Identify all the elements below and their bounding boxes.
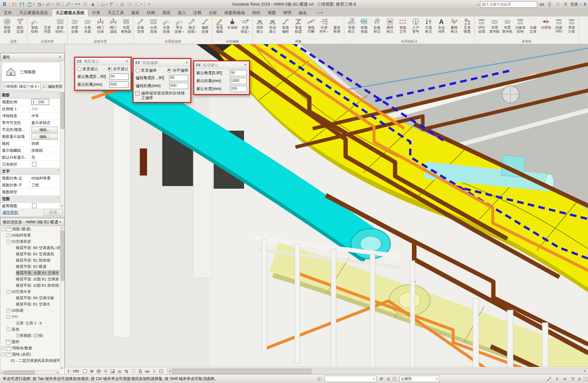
tree-item-label[interactable]: 02空调水管 <box>12 289 31 294</box>
field-input[interactable]: 200 <box>230 86 247 92</box>
tab-计算[interactable]: 计算 <box>88 9 104 16</box>
collapse-icon[interactable]: − <box>7 315 10 319</box>
ribbon-button-管道编辑[interactable]: 管道编辑 <box>213 17 226 39</box>
aligned-dimension-icon[interactable] <box>74 1 81 8</box>
redo-dropdown-icon[interactable]: ▼ <box>52 3 54 5</box>
checkbox-row[interactable]: ✓偏移端管道连接的实体随之偏移 <box>134 90 190 101</box>
communication-center-icon[interactable] <box>546 1 553 8</box>
edit-button[interactable]: 编辑... <box>31 127 58 133</box>
section-marker-icon[interactable] <box>108 1 116 8</box>
collapse-icon[interactable]: − <box>7 328 10 331</box>
field-input[interactable]: 90 <box>169 75 188 81</box>
tab-天正暖通水系统[interactable]: 天正暖通水系统 <box>52 9 89 16</box>
crop-view-icon[interactable] <box>123 368 130 374</box>
ribbon-button-管线文字[interactable]: 管线文字 <box>396 17 409 39</box>
ribbon-button-布置设备[interactable]: 布置设备 <box>68 17 81 39</box>
open-file-icon[interactable] <box>11 1 18 8</box>
tree-item[interactable]: 楼层平面: B0 空调冷媒 <box>0 295 60 301</box>
save-icon[interactable] <box>18 1 26 8</box>
tree-item[interactable]: −??? <box>0 314 60 320</box>
ribbon-button-系统设置[interactable]: 系统设置 <box>1 17 14 39</box>
collapse-icon[interactable]: − <box>2 227 5 231</box>
editing-requests-icon[interactable] <box>379 376 385 382</box>
radio-option-水平避让[interactable]: 水平避让 <box>108 66 129 72</box>
edit-type-button[interactable]: 编辑类型 <box>42 84 62 89</box>
tree-item[interactable]: 楼层平面: B1 空调通风 <box>0 251 60 257</box>
default-3d-view-icon[interactable] <box>99 1 107 8</box>
ribbon-button-入户管号[interactable]: 入户管号 <box>409 17 422 39</box>
close-hidden-windows-icon[interactable] <box>126 1 134 8</box>
checkbox-unchecked[interactable] <box>32 204 37 208</box>
property-section-文字[interactable]: 文字ˆ <box>0 168 61 175</box>
favorites-star-icon[interactable]: ☆ <box>554 1 561 8</box>
properties-close-icon[interactable]: × <box>58 55 62 59</box>
collapse-chevron-icon[interactable]: ˆ <box>58 93 59 97</box>
reveal-hidden-elements-icon[interactable] <box>151 368 158 374</box>
tab-修改[interactable]: 修改 <box>295 9 311 16</box>
dialog-close-icon[interactable]: × <box>184 60 189 65</box>
checkbox-checked-icon[interactable]: ✓ <box>136 91 140 96</box>
expand-icon[interactable]: + <box>2 346 5 350</box>
ribbon-button-水管保温[interactable]: 水管保温 ▼ <box>239 17 252 39</box>
property-section-范围[interactable]: 范围ˆ <box>0 196 61 203</box>
tree-item-label[interactable]: 楼层平面: B0 空调冷媒 <box>16 296 54 301</box>
tree-item[interactable]: 楼层平面: B1 空调水 <box>0 301 60 307</box>
ribbon-button-设备标注[interactable]: 设备标注 <box>371 17 384 39</box>
tab-系统[interactable]: 系统 <box>159 9 174 16</box>
tree-item-label[interactable]: 图纸 (全部) <box>12 352 31 357</box>
tree-item-label[interactable]: 楼层平面: 出图 B1 防排烟 <box>16 283 59 288</box>
dialog-titlebar[interactable]: TE局部避让× <box>75 58 131 65</box>
tree-item[interactable]: 01 - 二层空调通风及防排烟平 <box>0 358 60 364</box>
tree-item[interactable]: −图纸 (全部) <box>0 351 60 358</box>
sync-with-central-dropdown-icon[interactable]: ▼ <box>33 3 35 5</box>
property-section-图形[interactable]: 图形ˆ <box>0 92 61 99</box>
ribbon-button-引线标注[interactable]: 引线标注 <box>422 17 435 39</box>
ribbon-button-VRV设置[interactable]: VRV设置 <box>475 17 488 39</box>
property-value[interactable]: 按规程 <box>30 147 61 154</box>
drag-on-selection-icon[interactable] <box>562 376 568 382</box>
radio-option-竖直偏移[interactable]: 竖直偏移 <box>136 68 157 73</box>
ribbon-button-任意连接[interactable]: 任意连接 <box>160 17 173 39</box>
radio-selected-icon[interactable] <box>167 68 171 73</box>
dialog-pipe-offset[interactable]: TE管道偏移×竖直偏移水平偏移偏转角度[5，90]90偏转距离(mm)500✓偏… <box>133 58 191 103</box>
detail-level-icon[interactable] <box>88 368 95 374</box>
horizontal-scrollbar[interactable]: ◄► <box>167 368 587 374</box>
tree-item-label[interactable]: 01 - 二层空调通风及防排烟平 <box>11 358 60 363</box>
sun-path-icon[interactable] <box>102 368 109 374</box>
workset-icon[interactable] <box>317 376 323 382</box>
thin-lines-icon[interactable] <box>118 1 126 8</box>
property-value[interactable] <box>30 161 61 168</box>
workset-combo[interactable]: ▼ <box>325 376 377 382</box>
collapse-chevron-icon[interactable]: ˆ <box>58 170 59 173</box>
tree-item[interactable]: +明细表/数量 <box>0 345 60 351</box>
tab-文件[interactable]: 文件 <box>0 9 15 16</box>
collapse-chevron-icon[interactable]: ˆ <box>58 197 59 201</box>
rendering-dialog-icon[interactable] <box>116 368 123 374</box>
ribbon-button-局部避让[interactable]: 局部避让 <box>253 17 266 39</box>
ribbon-button-管道标注[interactable]: 管道标注 <box>345 17 358 39</box>
radio-unselected-icon[interactable] <box>77 67 81 71</box>
tag-by-category-icon[interactable] <box>81 1 89 8</box>
ribbon-button-专业词库[interactable]: 专业词库 <box>435 17 448 39</box>
apply-button[interactable]: 应用 <box>43 209 63 216</box>
tree-item-label[interactable]: 图例 <box>12 339 19 344</box>
brown-riser[interactable] <box>140 148 147 176</box>
property-value[interactable]: 显示原状态 <box>30 119 61 126</box>
field-input[interactable]: 1000 <box>230 78 247 84</box>
tab-协作[interactable]: 协作 <box>249 9 264 16</box>
tree-item-label[interactable]: 楼层平面: 出图 B1 空调通 <box>16 277 59 282</box>
tree-item-label[interactable]: 立面: 立面 1 - b <box>16 321 42 326</box>
redo-icon[interactable] <box>45 1 52 8</box>
collapse-icon[interactable]: − <box>7 240 10 243</box>
dialog-auto-avoid[interactable]: TE自动避让×避让角度[5,90]90避让距离(mm)1000避让长度(mm)2… <box>193 60 250 95</box>
radio-option-竖直避让[interactable]: 竖直避让 <box>77 66 98 72</box>
sign-in-dropdown-icon[interactable]: ▼ <box>579 3 582 6</box>
tree-item[interactable]: 三维视图: (三维) <box>0 333 60 339</box>
tree-item-label[interactable]: 其他 <box>12 327 19 332</box>
field-input[interactable]: 500 <box>109 81 129 88</box>
tab-天正暖通风系统[interactable]: 天正暖通风系统 <box>15 9 52 16</box>
view-selector-combo[interactable]: 三维视图: 楼层三维-6 ▼ <box>2 83 41 90</box>
browser-hscrollbar[interactable]: ◄► <box>0 370 60 374</box>
ribbon-button-重管检测[interactable]: 重管检测 <box>330 17 343 39</box>
ribbon-button-弯头连接[interactable]: 弯头连接 ▼ <box>173 17 186 39</box>
